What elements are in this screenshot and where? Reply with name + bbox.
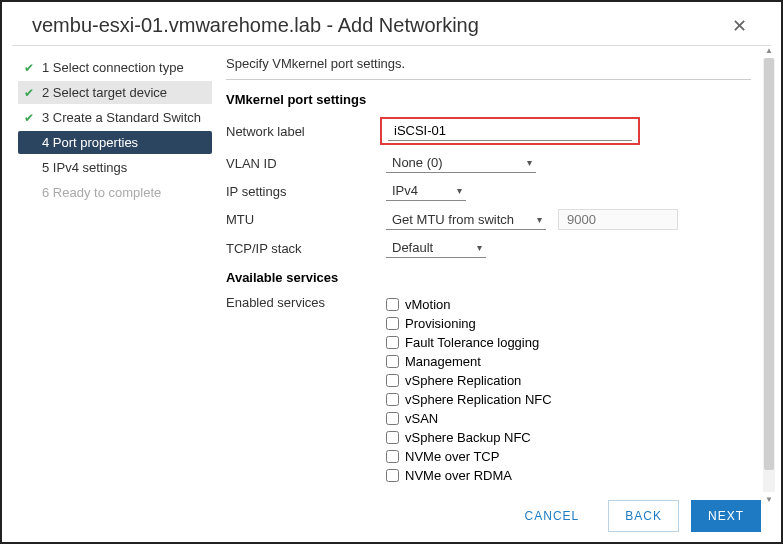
mtu-select[interactable]: Get MTU from switch ▾ xyxy=(386,210,546,230)
network-label-highlight xyxy=(380,117,640,145)
service-ft-logging[interactable]: Fault Tolerance logging xyxy=(386,333,552,352)
service-checkbox[interactable] xyxy=(386,336,399,349)
network-label-label: Network label xyxy=(226,124,386,139)
service-checkbox[interactable] xyxy=(386,431,399,444)
dialog-title: vembu-esxi-01.vmwarehome.lab - Add Netwo… xyxy=(32,14,479,37)
service-checkbox[interactable] xyxy=(386,355,399,368)
chevron-down-icon: ▾ xyxy=(527,157,532,168)
stack-value: Default xyxy=(392,240,433,255)
step-connection-type[interactable]: ✔ 1 Select connection type xyxy=(18,56,212,79)
stack-label: TCP/IP stack xyxy=(226,241,386,256)
step-target-device[interactable]: ✔ 2 Select target device xyxy=(18,81,212,104)
mtu-value: Get MTU from switch xyxy=(392,212,514,227)
service-checkbox[interactable] xyxy=(386,298,399,311)
service-nvme-tcp[interactable]: NVMe over TCP xyxy=(386,447,552,466)
step-standard-switch[interactable]: ✔ 3 Create a Standard Switch xyxy=(18,106,212,129)
service-vsphere-replication-nfc[interactable]: vSphere Replication NFC xyxy=(386,390,552,409)
check-icon: ✔ xyxy=(24,86,36,100)
step-ipv4-settings[interactable]: 5 IPv4 settings xyxy=(18,156,212,179)
scroll-up-icon[interactable]: ▲ xyxy=(763,46,775,55)
service-vsphere-replication[interactable]: vSphere Replication xyxy=(386,371,552,390)
step-label: 1 Select connection type xyxy=(42,60,184,75)
dialog-footer: CANCEL BACK NEXT xyxy=(508,500,761,532)
chevron-down-icon: ▾ xyxy=(477,242,482,253)
row-enabled-services: Enabled services vMotion Provisioning Fa… xyxy=(226,291,751,489)
service-checkbox[interactable] xyxy=(386,374,399,387)
next-button[interactable]: NEXT xyxy=(691,500,761,532)
service-checkbox[interactable] xyxy=(386,317,399,330)
service-checkbox[interactable] xyxy=(386,393,399,406)
check-icon: ✔ xyxy=(24,61,36,75)
service-vsphere-backup-nfc[interactable]: vSphere Backup NFC xyxy=(386,428,552,447)
cancel-button[interactable]: CANCEL xyxy=(508,500,597,532)
service-provisioning[interactable]: Provisioning xyxy=(386,314,552,333)
service-vsan[interactable]: vSAN xyxy=(386,409,552,428)
row-mtu: MTU Get MTU from switch ▾ 9000 xyxy=(226,205,751,234)
row-tcpip-stack: TCP/IP stack Default ▾ xyxy=(226,234,751,262)
scrollbar[interactable]: ▲ ▼ xyxy=(763,58,775,492)
service-checkbox[interactable] xyxy=(386,450,399,463)
vlan-select[interactable]: None (0) ▾ xyxy=(386,153,536,173)
service-checkbox[interactable] xyxy=(386,469,399,482)
close-icon[interactable]: ✕ xyxy=(728,15,751,37)
stack-select[interactable]: Default ▾ xyxy=(386,238,486,258)
section-services: Available services xyxy=(226,270,751,285)
service-nvme-rdma[interactable]: NVMe over RDMA xyxy=(386,466,552,485)
step-port-properties[interactable]: 4 Port properties xyxy=(18,131,212,154)
step-label: 6 Ready to complete xyxy=(42,185,161,200)
step-label: 3 Create a Standard Switch xyxy=(42,110,201,125)
scrollbar-thumb[interactable] xyxy=(764,58,774,470)
check-icon: ✔ xyxy=(24,111,36,125)
dialog-content: ✔ 1 Select connection type ✔ 2 Select ta… xyxy=(2,46,781,496)
ip-select[interactable]: IPv4 ▾ xyxy=(386,181,466,201)
service-vmotion[interactable]: vMotion xyxy=(386,295,552,314)
back-button[interactable]: BACK xyxy=(608,500,679,532)
network-label-input[interactable] xyxy=(388,121,632,141)
service-checkbox[interactable] xyxy=(386,412,399,425)
main-panel: Specify VMkernel port settings. VMkernel… xyxy=(212,46,781,496)
mtu-label: MTU xyxy=(226,212,386,227)
vlan-value: None (0) xyxy=(392,155,443,170)
wizard-steps: ✔ 1 Select connection type ✔ 2 Select ta… xyxy=(2,46,212,496)
enabled-services-label: Enabled services xyxy=(226,295,386,310)
dialog-header: vembu-esxi-01.vmwarehome.lab - Add Netwo… xyxy=(12,2,771,46)
section-vmkernel: VMkernel port settings xyxy=(226,92,751,107)
row-network-label: Network label xyxy=(226,113,751,149)
row-ip-settings: IP settings IPv4 ▾ xyxy=(226,177,751,205)
mtu-size-input[interactable]: 9000 xyxy=(558,209,678,230)
vlan-label: VLAN ID xyxy=(226,156,386,171)
step-label: 2 Select target device xyxy=(42,85,167,100)
services-list: vMotion Provisioning Fault Tolerance log… xyxy=(386,295,751,485)
step-ready-complete: 6 Ready to complete xyxy=(18,181,212,204)
ip-label: IP settings xyxy=(226,184,386,199)
chevron-down-icon: ▾ xyxy=(457,185,462,196)
service-management[interactable]: Management xyxy=(386,352,552,371)
panel-description: Specify VMkernel port settings. xyxy=(226,56,751,80)
step-label: 4 Port properties xyxy=(42,135,138,150)
row-vlan: VLAN ID None (0) ▾ xyxy=(226,149,751,177)
step-label: 5 IPv4 settings xyxy=(42,160,127,175)
chevron-down-icon: ▾ xyxy=(537,214,542,225)
scroll-down-icon[interactable]: ▼ xyxy=(763,495,775,504)
ip-value: IPv4 xyxy=(392,183,418,198)
